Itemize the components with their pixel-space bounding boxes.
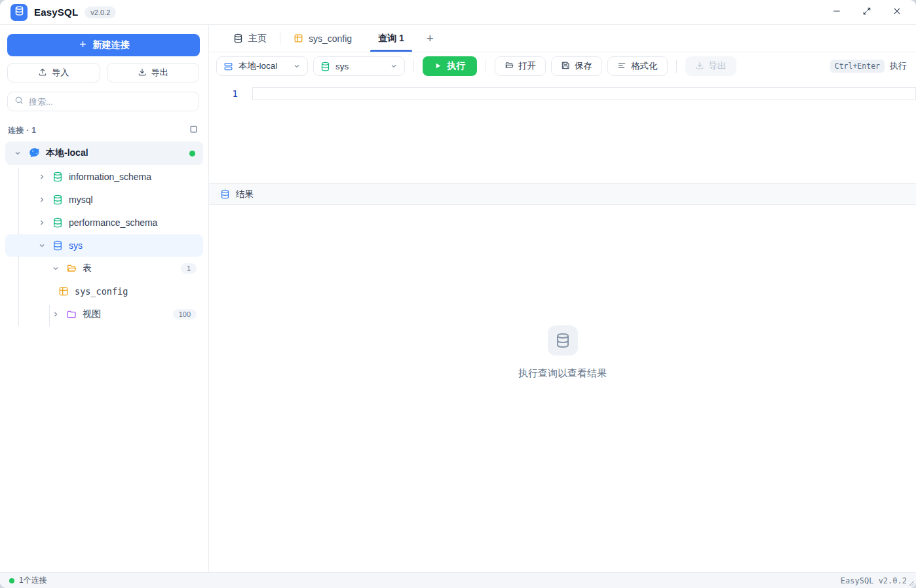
download-icon [695,61,704,72]
tree-item-connection-local[interactable]: 本地-local [5,141,203,165]
play-icon [434,61,442,71]
database-select[interactable]: sys [313,56,405,76]
chevron-down-icon [13,149,22,157]
save-label: 保存 [575,60,592,72]
import-button[interactable]: 导入 [7,63,100,83]
tables-count-badge: 1 [181,263,197,274]
shortcut-hint: Ctrl+Enter 执行 [830,60,907,73]
results-empty-state: 执行查询以查看结果 [518,325,607,380]
new-connection-button[interactable]: 新建连接 [7,34,200,56]
app-logo [10,4,28,21]
chevron-down-icon [51,265,60,272]
database-name: sys [69,240,83,251]
editor-gutter: 1 [209,87,238,183]
connection-select[interactable]: 本地-local [216,56,308,76]
database-icon [52,240,63,251]
tree-item-database-mysql[interactable]: mysql [5,189,203,211]
tree-item-table-sys-config[interactable]: sys_config [5,280,203,303]
toolbar-separator [486,60,486,73]
execute-label: 执行 [447,60,465,72]
square-icon [189,124,198,136]
open-label: 打开 [518,60,536,72]
tree-item-views-folder[interactable]: 视图 100 [5,303,203,325]
table-icon [294,33,303,43]
save-button[interactable]: 保存 [551,56,602,76]
sql-editor[interactable]: 1 [209,80,916,183]
minimize-icon [832,7,841,18]
download-icon [138,67,147,79]
execute-button[interactable]: 执行 [423,56,477,76]
line-number: 1 [233,88,238,99]
sidebar-search [7,92,199,111]
tree-item-database-information-schema[interactable]: information_schema [5,166,203,188]
folder-open-icon [505,61,514,72]
dolphin-icon [28,147,40,160]
tab-query-1-label: 查询 1 [378,33,404,45]
upload-icon [38,67,47,79]
toolbar-separator [676,60,677,73]
export-results-label: 导出 [709,60,727,72]
folder-icon [66,309,77,320]
titlebar: EasySQL v2.0.2 [0,0,916,25]
database-icon [52,217,63,228]
chevron-right-icon [51,310,60,318]
tree-item-database-performance-schema[interactable]: performance_schema [5,211,203,234]
tab-home[interactable]: 主页 [220,25,280,52]
tab-bar: 主页 sys_config 查询 1 + [209,25,916,52]
connection-select-value: 本地-local [239,60,277,72]
results-header[interactable]: 结果 [209,183,916,205]
connection-name: 本地-local [46,147,88,159]
maximize-icon [862,7,871,18]
editor-active-line[interactable] [252,87,916,100]
connections-section-label: 连接 · 1 [8,125,36,136]
tab-sys-config-label: sys_config [309,33,352,44]
open-button[interactable]: 打开 [495,56,546,76]
main-content: 主页 sys_config 查询 1 + 本地-local [209,25,916,572]
chevron-down-icon [37,242,47,249]
status-bar: 1个连接 EasySQL v2.0.2 [0,572,916,588]
maximize-button[interactable] [861,7,873,18]
export-label: 导出 [151,67,168,79]
close-button[interactable] [891,7,903,18]
connection-status-dot [189,151,195,156]
import-label: 导入 [52,67,69,79]
align-lines-icon [617,61,626,72]
database-name: information_schema [69,172,151,182]
minimize-button[interactable] [831,7,843,18]
database-icon [52,172,63,182]
tables-folder-label: 表 [83,263,92,274]
views-folder-label: 视图 [83,308,101,320]
connection-count: 1个连接 [19,575,47,586]
database-name: mysql [69,194,93,205]
statusbar-version: EasySQL v2.0.2 [841,576,907,585]
new-tab-button[interactable]: + [417,25,443,52]
editor-code-area[interactable] [252,87,916,183]
folder-open-icon [66,263,77,274]
collapse-all-button[interactable] [189,124,198,136]
connection-tree: 本地-local information_schema mysql pe [0,141,208,325]
table-icon [58,286,69,297]
toolbar-separator [413,60,414,73]
status-dot [9,578,14,583]
tree-item-tables-folder[interactable]: 表 1 [5,257,203,280]
tree-item-database-sys[interactable]: sys [5,234,203,257]
server-icon [223,62,233,71]
database-icon [52,194,63,205]
tab-query-1[interactable]: 查询 1 [365,25,417,52]
tab-home-label: 主页 [248,33,267,45]
export-button[interactable]: 导出 [107,63,200,83]
plus-icon: + [427,31,434,46]
window-controls [831,7,908,18]
database-icon [233,33,243,43]
database-name: performance_schema [69,217,157,228]
chevron-right-icon [37,173,47,181]
database-icon [220,189,230,199]
version-badge: v2.0.2 [85,7,116,18]
shortcut-action-label: 执行 [890,60,907,72]
search-input[interactable] [29,97,192,107]
sidebar: 新建连接 导入 导出 连接 · 1 [0,25,209,572]
format-button[interactable]: 格式化 [607,56,668,76]
app-window: EasySQL v2.0.2 新建连接 导入 [0,0,916,588]
resize-grip[interactable] [908,580,915,587]
tab-sys-config[interactable]: sys_config [280,25,365,52]
